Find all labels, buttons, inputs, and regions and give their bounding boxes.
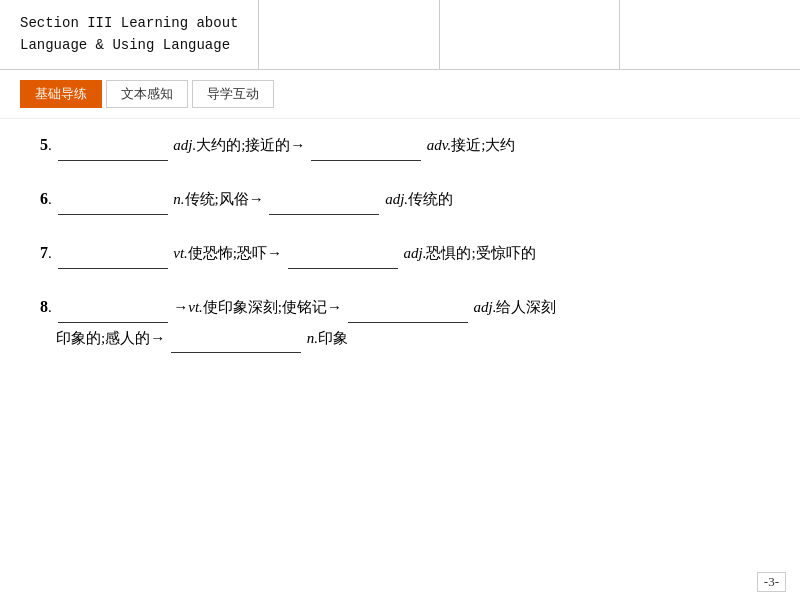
- item-8-pos-1: vt.: [188, 299, 203, 315]
- item-5-pos-1: adj.: [173, 137, 196, 153]
- item-6: 6. n.传统;风俗→ adj.传统的: [40, 183, 770, 215]
- tab-guide[interactable]: 导学互动: [192, 80, 274, 108]
- item-8-number: 8: [40, 298, 48, 315]
- item-8-line2: 印象的;感人的→ n.印象: [40, 323, 770, 353]
- item-6-pos-1: n.: [173, 191, 184, 207]
- item-7-number: 7: [40, 244, 48, 261]
- item-7-blank-1[interactable]: [58, 268, 168, 269]
- header-col-4: [620, 0, 800, 69]
- item-7-blank-2[interactable]: [288, 268, 398, 269]
- item-7-pos-2: adj.: [404, 245, 427, 261]
- item-5: 5. adj.大约的;接近的→ adv.接近;大约: [40, 129, 770, 161]
- page-number: -3-: [757, 572, 786, 592]
- item-6-blank-2[interactable]: [269, 214, 379, 215]
- item-6-number: 6: [40, 190, 48, 207]
- item-6-blank-1[interactable]: [58, 214, 168, 215]
- header-col-3: [440, 0, 621, 69]
- item-8-pos-2: adj.: [474, 299, 497, 315]
- item-6-pos-2: adj.: [385, 191, 408, 207]
- tab-basic[interactable]: 基础导练: [20, 80, 102, 108]
- item-8-blank-2[interactable]: [348, 322, 468, 323]
- item-5-blank-1[interactable]: [58, 160, 168, 161]
- item-8: 8. →vt.使印象深刻;使铭记→ adj.给人深刻 印象的;感人的→ n.印象: [40, 291, 770, 353]
- item-8-blank-3[interactable]: [171, 352, 301, 353]
- header-col-2: [259, 0, 440, 69]
- header: Section III Learning about Language & Us…: [0, 0, 800, 70]
- item-5-blank-2[interactable]: [311, 160, 421, 161]
- item-5-pos-2: adv.: [427, 137, 451, 153]
- section-title: Section III Learning about Language & Us…: [0, 0, 259, 69]
- item-5-number: 5: [40, 136, 48, 153]
- item-7: 7. vt.使恐怖;恐吓→ adj.恐惧的;受惊吓的: [40, 237, 770, 269]
- content-area: 5. adj.大约的;接近的→ adv.接近;大约 6. n.传统;风俗→ ad…: [0, 119, 800, 395]
- tabs-bar: 基础导练 文本感知 导学互动: [0, 70, 800, 119]
- item-8-pos-3: n.: [307, 330, 318, 346]
- item-7-pos-1: vt.: [173, 245, 188, 261]
- tab-text[interactable]: 文本感知: [106, 80, 188, 108]
